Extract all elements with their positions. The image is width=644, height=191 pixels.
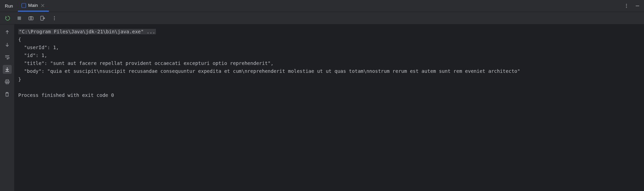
application-icon xyxy=(21,3,26,8)
rerun-button[interactable] xyxy=(4,15,11,22)
svg-rect-13 xyxy=(6,80,9,81)
svg-point-10 xyxy=(54,16,55,17)
run-tab-main[interactable]: Main xyxy=(18,0,49,12)
screenshot-button[interactable] xyxy=(28,15,34,22)
svg-rect-5 xyxy=(18,16,21,20)
svg-point-11 xyxy=(54,18,55,18)
console-output[interactable]: "C:\Program Files\Java\jdk-21\bin\java.e… xyxy=(14,24,644,191)
output-line: "id": 1, xyxy=(18,53,47,58)
console-gutter xyxy=(0,24,14,191)
svg-point-7 xyxy=(30,18,32,19)
minimize-panel-button[interactable] xyxy=(634,2,641,10)
run-tab-label: Main xyxy=(28,3,38,8)
run-panel-title: Run xyxy=(0,3,18,9)
exit-message: Process finished with exit code 0 xyxy=(18,92,114,98)
up-arrow-button[interactable] xyxy=(3,28,12,37)
soft-wrap-button[interactable] xyxy=(3,53,12,61)
scroll-to-end-button[interactable] xyxy=(3,65,12,74)
more-actions-button[interactable] xyxy=(51,15,58,22)
svg-point-2 xyxy=(626,5,627,6)
run-toolbar xyxy=(0,12,644,24)
options-menu-button[interactable] xyxy=(623,2,630,10)
down-arrow-button[interactable] xyxy=(3,40,12,49)
clear-all-button[interactable] xyxy=(3,90,12,99)
output-line: { xyxy=(18,37,21,42)
svg-point-3 xyxy=(626,7,627,8)
output-line: } xyxy=(18,77,21,82)
output-line: "userId": 1, xyxy=(18,45,59,50)
run-body: "C:\Program Files\Java\jdk-21\bin\java.e… xyxy=(0,24,644,191)
svg-rect-4 xyxy=(636,6,639,7)
output-line: "body": "quia et suscipit\nsuscipit recu… xyxy=(18,68,520,74)
stop-button[interactable] xyxy=(16,15,23,22)
exit-button[interactable] xyxy=(39,15,46,22)
svg-rect-15 xyxy=(6,82,8,84)
command-line: "C:\Program Files\Java\jdk-21\bin\java.e… xyxy=(18,29,156,34)
svg-rect-8 xyxy=(30,16,32,17)
print-button[interactable] xyxy=(3,77,12,86)
svg-point-12 xyxy=(54,19,55,20)
header-right-controls xyxy=(623,2,641,10)
svg-rect-0 xyxy=(22,3,26,8)
svg-point-1 xyxy=(626,4,627,4)
svg-rect-6 xyxy=(29,17,33,20)
close-tab-button[interactable] xyxy=(40,3,45,8)
svg-rect-14 xyxy=(5,81,9,83)
run-panel-header: Run Main xyxy=(0,0,644,12)
output-line: "title": "sunt aut facere repellat provi… xyxy=(18,60,274,66)
